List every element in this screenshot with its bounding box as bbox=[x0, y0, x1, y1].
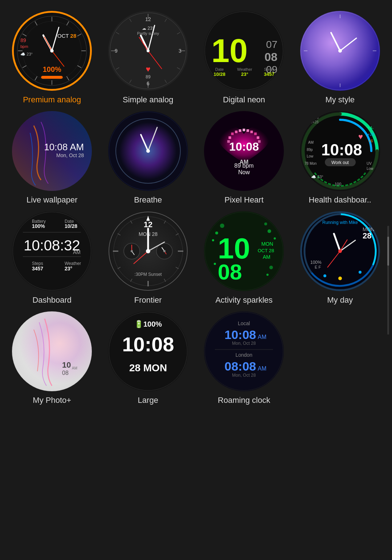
svg-text:6+28: 6+28 bbox=[310, 120, 319, 124]
svg-text:☁️ 23°: ☁️ 23° bbox=[311, 174, 323, 179]
svg-text:100%: 100% bbox=[32, 223, 45, 229]
svg-text:78 Mon: 78 Mon bbox=[305, 162, 317, 165]
watch-face-breathe[interactable] bbox=[108, 111, 188, 191]
svg-line-55 bbox=[141, 135, 148, 151]
svg-line-25 bbox=[165, 80, 167, 83]
svg-text:10/28: 10/28 bbox=[65, 223, 77, 229]
watch-face-activity-sparkles[interactable]: 10 08 MON OCT 28 AM bbox=[204, 211, 284, 291]
svg-line-154 bbox=[327, 251, 340, 267]
svg-text:☁ 23°: ☁ 23° bbox=[142, 26, 154, 31]
watch-item-my-photo[interactable]: 10 08 AM My Photo+ bbox=[7, 311, 97, 405]
svg-line-9 bbox=[35, 76, 37, 80]
watch-item-premium-analog[interactable]: OCT 28 89bpm ☁️ 23° 100% Premium analog bbox=[7, 11, 97, 105]
svg-text::30PM Sunset: :30PM Sunset bbox=[134, 272, 162, 277]
watch-item-simple-analog[interactable]: 12 3 6 9 ☁ 23° Partly sunny ♥ 89 Simpl bbox=[103, 11, 193, 105]
svg-rect-64 bbox=[254, 132, 257, 135]
svg-text:28: 28 bbox=[363, 231, 371, 240]
svg-line-39 bbox=[139, 37, 148, 51]
svg-line-7 bbox=[67, 76, 69, 80]
watch-face-live-wallpaper[interactable]: 10:08 AM Mon, Oct 28 bbox=[12, 111, 92, 191]
svg-point-49 bbox=[338, 49, 342, 53]
svg-text:08: 08 bbox=[218, 260, 242, 284]
svg-line-155 bbox=[340, 240, 347, 251]
svg-text:🔋100%: 🔋100% bbox=[134, 320, 162, 328]
svg-point-158 bbox=[323, 274, 326, 277]
svg-text:10:08: 10:08 bbox=[225, 328, 256, 342]
svg-point-138 bbox=[214, 263, 216, 265]
watch-face-dashboard[interactable]: Battery Date 100% 10/28 10:08:32 AM Step… bbox=[12, 211, 92, 291]
svg-text:10:08: 10:08 bbox=[122, 333, 174, 356]
svg-line-16 bbox=[52, 51, 64, 66]
lw-date: Mon, Oct 28 bbox=[56, 152, 84, 158]
watch-face-health-dashboard[interactable]: 3457 6+28 +405 +28 +6 AM 89p Low 78 Mon … bbox=[300, 111, 380, 191]
watch-item-my-day[interactable]: Running with Mike MON 28 100% E F bbox=[295, 211, 385, 305]
watch-face-premium-analog[interactable]: OCT 28 89bpm ☁️ 23° 100% bbox=[12, 11, 92, 91]
scrollbar[interactable] bbox=[387, 226, 389, 335]
watch-item-frontier[interactable]: 12 MON 28 :30PM Sunset Frontier bbox=[103, 211, 193, 305]
svg-line-24 bbox=[177, 68, 180, 69]
svg-rect-59 bbox=[235, 131, 238, 133]
svg-text:6: 6 bbox=[147, 81, 150, 86]
watch-label-health-dashboard: Health dashboar.. bbox=[309, 195, 371, 205]
svg-point-40 bbox=[147, 49, 150, 52]
svg-text:E    F: E F bbox=[315, 265, 321, 269]
watch-item-digital-neon[interactable]: 10 07 08 09 Date10/28 Weather23° Steps34… bbox=[199, 11, 289, 105]
watch-label-simple-analog: Simple analog bbox=[123, 95, 173, 105]
svg-point-160 bbox=[13, 312, 91, 391]
watch-face-frontier[interactable]: 12 MON 28 :30PM Sunset bbox=[108, 211, 188, 291]
svg-line-47 bbox=[331, 33, 340, 51]
scrollbar-thumb[interactable] bbox=[387, 237, 389, 266]
svg-marker-124 bbox=[146, 216, 150, 221]
svg-text:London: London bbox=[236, 352, 253, 358]
watch-label-live-wallpaper: Live wallpaper bbox=[26, 195, 78, 205]
svg-text:AM: AM bbox=[73, 249, 81, 255]
watch-item-breathe[interactable]: Breathe bbox=[103, 111, 193, 205]
watch-label-pixel-heart: Pixel Heart bbox=[224, 195, 264, 205]
watch-label-dashboard: Dashboard bbox=[32, 295, 72, 305]
watch-item-my-style[interactable]: My style bbox=[295, 11, 385, 105]
svg-text:08:08: 08:08 bbox=[225, 359, 256, 373]
watch-face-grid: OCT 28 89bpm ☁️ 23° 100% Premium analog bbox=[0, 0, 392, 416]
svg-text:Mon, Oct 28: Mon, Oct 28 bbox=[232, 341, 256, 346]
svg-line-27 bbox=[130, 80, 131, 83]
svg-text:MON: MON bbox=[261, 241, 273, 247]
watch-face-large[interactable]: 🔋100% 10:08 28 MON bbox=[108, 311, 188, 391]
watch-face-pixel-heart[interactable]: 10:08 AM 89 bpm Now bbox=[204, 111, 284, 191]
watch-face-roaming-clock[interactable]: Local 10:08 AM Mon, Oct 28 London 08:08 … bbox=[204, 311, 284, 391]
watch-label-my-style: My style bbox=[325, 95, 355, 105]
svg-point-157 bbox=[338, 277, 342, 280]
svg-text:89p: 89p bbox=[307, 148, 313, 152]
svg-point-139 bbox=[269, 266, 273, 269]
watch-item-live-wallpaper[interactable]: 10:08 AM Mon, Oct 28 Live wallpaper bbox=[7, 111, 97, 205]
svg-line-6 bbox=[78, 66, 82, 68]
watch-item-pixel-heart[interactable]: 10:08 AM 89 bpm Now Pixel Heart bbox=[199, 111, 289, 205]
svg-point-121 bbox=[163, 250, 166, 252]
svg-text:+405: +405 bbox=[367, 125, 377, 130]
watch-face-my-day[interactable]: Running with Mike MON 28 100% E F bbox=[300, 211, 380, 291]
watch-item-activity-sparkles[interactable]: 10 08 MON OCT 28 AM Activity sparkles bbox=[199, 211, 289, 305]
watch-face-simple-analog[interactable]: 12 3 6 9 ☁ 23° Partly sunny ♥ 89 bbox=[108, 11, 188, 91]
watch-item-large[interactable]: 🔋100% 10:08 28 MON Large bbox=[103, 311, 193, 405]
svg-text:Partly sunny: Partly sunny bbox=[137, 31, 159, 36]
watch-item-roaming-clock[interactable]: Local 10:08 AM Mon, Oct 28 London 08:08 … bbox=[199, 311, 289, 405]
svg-point-140 bbox=[266, 274, 269, 276]
svg-line-3 bbox=[67, 21, 69, 25]
svg-line-152 bbox=[334, 234, 340, 251]
watch-face-my-photo[interactable]: 10 08 AM bbox=[12, 311, 92, 391]
watch-face-my-style[interactable] bbox=[300, 11, 380, 91]
watch-label-roaming-clock: Roaming clock bbox=[218, 396, 270, 405]
svg-text:08: 08 bbox=[62, 370, 69, 376]
svg-text:Steps: Steps bbox=[32, 261, 43, 266]
svg-rect-66 bbox=[257, 136, 260, 139]
svg-text:Running with Mike: Running with Mike bbox=[322, 220, 358, 225]
watch-face-digital-neon[interactable]: 10 07 08 09 Date10/28 Weather23° Steps34… bbox=[204, 11, 284, 91]
svg-text:10: 10 bbox=[62, 360, 71, 369]
svg-rect-60 bbox=[239, 129, 241, 132]
svg-text:28 MON: 28 MON bbox=[129, 362, 167, 373]
watch-item-health-dashboard[interactable]: 3457 6+28 +405 +28 +6 AM 89p Low 78 Mon … bbox=[295, 111, 385, 205]
svg-text:3457: 3457 bbox=[310, 115, 319, 120]
svg-line-22 bbox=[177, 32, 180, 34]
watch-item-dashboard[interactable]: Battery Date 100% 10/28 10:08:32 AM Step… bbox=[7, 211, 97, 305]
watch-label-large: Large bbox=[138, 396, 158, 405]
svg-point-133 bbox=[212, 239, 214, 241]
